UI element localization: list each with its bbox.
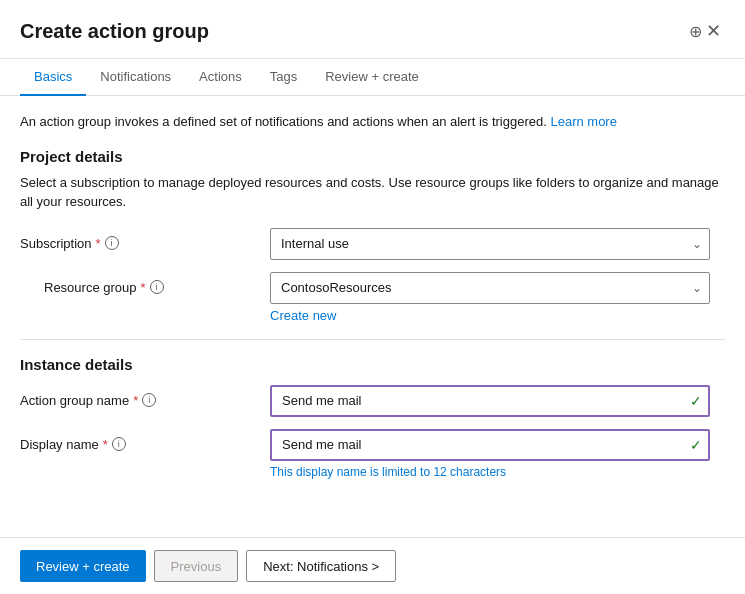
display-name-hint: This display name is limited to 12 chara… <box>270 465 710 479</box>
action-group-name-label: Action group name * i <box>20 385 270 408</box>
dialog-header: Create action group ⊕ ✕ <box>0 0 745 59</box>
dialog-content: An action group invokes a defined set of… <box>0 96 745 537</box>
subscription-info-icon[interactable]: i <box>105 236 119 250</box>
resource-group-required: * <box>141 280 146 295</box>
review-create-button[interactable]: Review + create <box>20 550 146 582</box>
display-name-check-icon: ✓ <box>690 437 702 453</box>
resource-group-select[interactable]: ContosoResources <box>270 272 710 304</box>
resource-group-row: Resource group * i ContosoResources ⌄ Cr… <box>20 272 725 323</box>
subscription-required: * <box>96 236 101 251</box>
subscription-control: Internal use ⌄ <box>270 228 710 260</box>
tabs: Basics Notifications Actions Tags Review… <box>0 59 745 96</box>
section-divider <box>20 339 725 340</box>
learn-more-link[interactable]: Learn more <box>550 114 616 129</box>
dialog-title: Create action group <box>20 20 677 43</box>
resource-group-info-icon[interactable]: i <box>150 280 164 294</box>
project-details-title: Project details <box>20 148 725 165</box>
tab-actions[interactable]: Actions <box>185 59 256 96</box>
action-group-name-check-icon: ✓ <box>690 393 702 409</box>
dialog-footer: Review + create Previous Next: Notificat… <box>0 537 745 594</box>
tab-review-create[interactable]: Review + create <box>311 59 433 96</box>
display-name-label: Display name * i <box>20 429 270 452</box>
display-name-input[interactable] <box>270 429 710 461</box>
tab-basics[interactable]: Basics <box>20 59 86 96</box>
action-group-name-info-icon[interactable]: i <box>142 393 156 407</box>
resource-group-control: ContosoResources ⌄ Create new <box>270 272 710 323</box>
create-new-link[interactable]: Create new <box>270 308 336 323</box>
previous-button[interactable]: Previous <box>154 550 239 582</box>
tab-tags[interactable]: Tags <box>256 59 311 96</box>
info-text: An action group invokes a defined set of… <box>20 112 725 132</box>
instance-details-title: Instance details <box>20 356 725 373</box>
display-name-row: Display name * i ✓ This display name is … <box>20 429 725 479</box>
action-group-name-required: * <box>133 393 138 408</box>
display-name-wrapper: ✓ <box>270 429 710 461</box>
display-name-required: * <box>103 437 108 452</box>
resource-group-select-wrapper: ContosoResources ⌄ <box>270 272 710 304</box>
tab-notifications[interactable]: Notifications <box>86 59 185 96</box>
next-button[interactable]: Next: Notifications > <box>246 550 396 582</box>
resource-group-label: Resource group * i <box>20 272 270 295</box>
pin-icon[interactable]: ⊕ <box>689 22 702 41</box>
action-group-name-row: Action group name * i ✓ <box>20 385 725 417</box>
project-details-desc: Select a subscription to manage deployed… <box>20 173 725 212</box>
subscription-select-wrapper: Internal use ⌄ <box>270 228 710 260</box>
subscription-select[interactable]: Internal use <box>270 228 710 260</box>
subscription-row: Subscription * i Internal use ⌄ <box>20 228 725 260</box>
create-action-group-dialog: Create action group ⊕ ✕ Basics Notificat… <box>0 0 745 594</box>
display-name-control: ✓ This display name is limited to 12 cha… <box>270 429 710 479</box>
display-name-info-icon[interactable]: i <box>112 437 126 451</box>
action-group-name-input[interactable] <box>270 385 710 417</box>
action-group-name-control: ✓ <box>270 385 710 417</box>
action-group-name-wrapper: ✓ <box>270 385 710 417</box>
close-button[interactable]: ✕ <box>702 16 725 46</box>
subscription-label: Subscription * i <box>20 228 270 251</box>
